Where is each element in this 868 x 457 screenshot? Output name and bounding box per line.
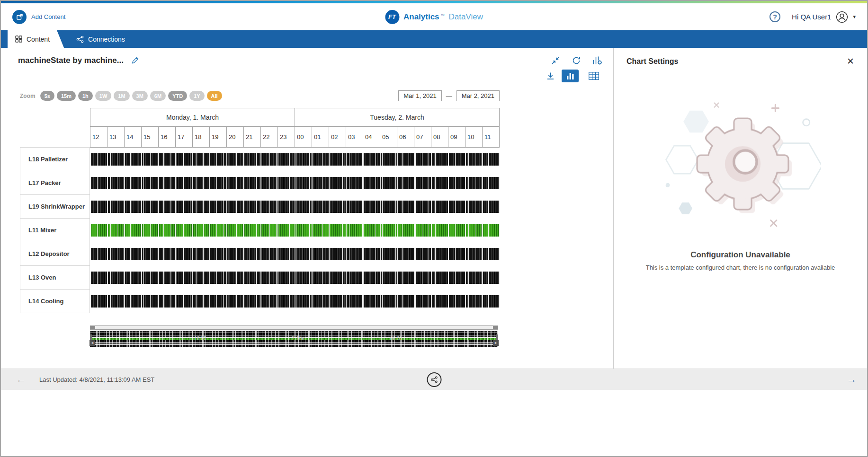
- zoom-button-all[interactable]: All: [207, 91, 222, 101]
- zoom-button-3m[interactable]: 3M: [132, 91, 148, 101]
- refresh-icon[interactable]: [572, 56, 581, 65]
- share-button[interactable]: [427, 372, 441, 387]
- hour-header-row: 1213141516171819202122230001020304050607…: [90, 127, 500, 148]
- zoom-button-ytd[interactable]: YTD: [168, 91, 187, 101]
- last-updated-text: Last Updated: 4/8/2021, 11:13:09 AM EST: [39, 376, 154, 383]
- navigator-scrollbar[interactable]: [90, 325, 498, 330]
- tab-connections-label: Connections: [88, 35, 125, 43]
- zoom-button-1h[interactable]: 1h: [78, 91, 93, 101]
- date-start-input[interactable]: Mar 1, 2021: [398, 90, 441, 101]
- zoom-label: Zoom: [20, 93, 36, 99]
- row-plot: [90, 242, 500, 266]
- hour-header-cell: 04: [363, 127, 380, 147]
- hour-header-cell: 21: [244, 127, 261, 147]
- date-range: Mar 1, 2021 — Mar 2, 2021: [398, 90, 500, 101]
- row-label: L12 Depositor: [20, 242, 90, 266]
- hour-header-cell: 05: [380, 127, 397, 147]
- row-label: L14 Cooling: [20, 289, 90, 313]
- download-icon[interactable]: [546, 71, 555, 80]
- chart-settings-icon[interactable]: [592, 55, 602, 65]
- timeline-row: L14 Cooling: [20, 290, 500, 313]
- hour-header-cell: 22: [261, 127, 278, 147]
- navigator-mini-row: [90, 331, 498, 333]
- zoom-button-6m[interactable]: 6M: [150, 91, 166, 101]
- page-title: machineState by machine...: [18, 56, 124, 65]
- day-header-cell: Monday, 1. March: [90, 108, 295, 126]
- close-icon[interactable]: ✕: [847, 57, 854, 66]
- zoom-button-5s[interactable]: 5s: [40, 91, 54, 101]
- chart-navigator[interactable]: ◄ ► 18:002. Mar06:00: [90, 325, 498, 355]
- help-icon[interactable]: ?: [770, 11, 780, 22]
- hour-header-cell: 02: [329, 127, 346, 147]
- state-bar[interactable]: [91, 295, 500, 308]
- collapse-icon[interactable]: [551, 56, 560, 65]
- state-bar[interactable]: [91, 153, 500, 166]
- timeline-row: L19 ShrinkWrapper: [20, 195, 500, 219]
- row-plot: [90, 195, 500, 219]
- zoom-button-1y[interactable]: 1Y: [189, 91, 204, 101]
- app-window: Add Content FT Analytics ™ DataView ? Hi…: [0, 0, 868, 457]
- navigator-time-label: 06:00: [390, 336, 402, 341]
- add-content-button[interactable]: Add Content: [12, 10, 65, 24]
- timeline-row: L13 Oven: [20, 266, 500, 290]
- brand-analytics: Analytics: [403, 12, 439, 22]
- date-end-input[interactable]: Mar 2, 2021: [456, 90, 500, 101]
- connections-icon: [76, 35, 84, 43]
- row-label: L19 ShrinkWrapper: [20, 194, 90, 219]
- tab-content[interactable]: Content: [8, 30, 64, 48]
- hour-header-cell: 09: [448, 127, 465, 147]
- navigator-mini-row: [90, 333, 498, 335]
- content-grid-icon: [15, 35, 22, 43]
- table-view-toggle[interactable]: [585, 70, 602, 82]
- hour-header-cell: 03: [346, 127, 363, 147]
- timeline-chart: Monday, 1. MarchTuesday, 2. March 121314…: [20, 108, 500, 313]
- state-bar[interactable]: [91, 272, 500, 284]
- state-bar[interactable]: [91, 248, 500, 260]
- app-header: Add Content FT Analytics ™ DataView ? Hi…: [1, 3, 867, 30]
- hour-header-cell: 11: [483, 127, 499, 147]
- user-avatar-icon: [836, 11, 848, 23]
- edit-title-button[interactable]: [131, 56, 139, 64]
- ft-logo-icon: FT: [385, 10, 399, 24]
- scrollbar-handle-left[interactable]: [90, 326, 95, 329]
- hour-header-cell: 14: [125, 127, 142, 147]
- navigator-right-arrow-icon[interactable]: ►: [493, 340, 499, 346]
- chevron-down-icon: ▾: [853, 14, 856, 20]
- navigator-mini-row: [90, 345, 498, 347]
- row-plot: [90, 148, 500, 171]
- gear-illustration: [660, 95, 821, 239]
- scrollbar-handle-right[interactable]: [493, 326, 498, 329]
- navigator-time-label: 2. Mar: [291, 336, 304, 341]
- settings-panel-title: Chart Settings: [626, 57, 678, 66]
- hour-header-cell: 01: [312, 127, 329, 147]
- state-bar[interactable]: [91, 177, 500, 189]
- zoom-button-15m[interactable]: 15m: [57, 91, 76, 101]
- state-bar[interactable]: [91, 201, 500, 213]
- state-bar[interactable]: [91, 224, 500, 237]
- navigator-left-arrow-icon[interactable]: ◄: [89, 340, 95, 346]
- chart-view-toggle[interactable]: [562, 70, 579, 82]
- add-content-icon: [12, 10, 27, 24]
- header-right: ? Hi QA User1 ▾: [770, 11, 856, 23]
- config-unavailable-message: This is a template configured chart, the…: [614, 264, 867, 271]
- hour-header-cell: 12: [90, 127, 107, 147]
- main-body: machineState by machine...: [1, 48, 867, 369]
- prev-page-arrow-icon[interactable]: ←: [16, 374, 26, 385]
- next-page-arrow-icon[interactable]: →: [847, 374, 857, 385]
- zoom-button-1m[interactable]: 1M: [114, 91, 129, 101]
- brand-dataview: DataView: [449, 12, 483, 22]
- row-label: L13 Oven: [20, 265, 90, 290]
- timeline-row: L17 Packer: [20, 171, 500, 195]
- day-header-cell: Tuesday, 2. March: [295, 108, 499, 126]
- hour-header-cell: 00: [295, 127, 312, 147]
- user-menu[interactable]: Hi QA User1 ▾: [792, 11, 856, 23]
- brand-trademark: ™: [441, 10, 445, 18]
- add-content-label: Add Content: [31, 13, 65, 20]
- navigator-mini-row: [90, 343, 498, 344]
- hour-header-cell: 10: [465, 127, 483, 147]
- tab-connections[interactable]: Connections: [64, 30, 137, 48]
- hour-header-cell: 17: [176, 127, 193, 147]
- zoom-button-1w[interactable]: 1W: [95, 91, 112, 101]
- hour-header-cell: 19: [210, 127, 227, 147]
- chart-area: machineState by machine...: [1, 48, 613, 369]
